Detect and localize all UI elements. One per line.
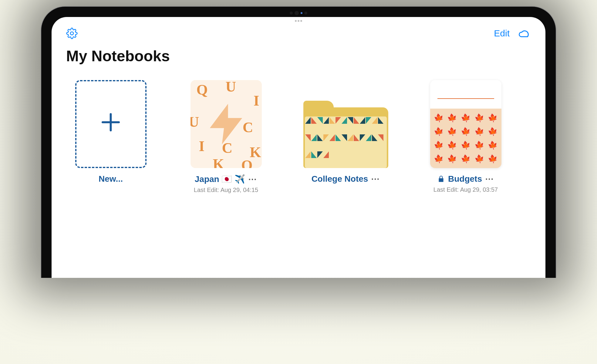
leaf-pattern: 🍁🍁🍁🍁🍁 🍁🍁🍁🍁🍁 🍁🍁🍁🍁🍁 🍁🍁🍁🍁🍁 bbox=[430, 109, 501, 168]
new-notebook-cover[interactable] bbox=[75, 80, 147, 168]
new-notebook-label[interactable]: New... bbox=[99, 174, 123, 184]
notebook-subtitle: Last Edit: Aug 29, 04:15 bbox=[194, 187, 258, 194]
multitask-grabber[interactable] bbox=[295, 20, 302, 22]
notebook-title[interactable]: Budgets bbox=[448, 174, 482, 184]
edit-button[interactable]: Edit bbox=[494, 28, 510, 39]
folder-cover-college[interactable]: /*inline visual only*/ bbox=[303, 80, 388, 168]
notebook-card-japan[interactable]: Q U I U C I C K K O Japan 🇯🇵 ✈️ ⋯ bbox=[188, 80, 264, 194]
folder-pattern: /*inline visual only*/ bbox=[305, 116, 387, 168]
gear-icon bbox=[66, 28, 78, 39]
folder-title[interactable]: College Notes bbox=[312, 174, 368, 184]
decorative-rule bbox=[437, 98, 494, 99]
more-button[interactable]: ⋯ bbox=[371, 175, 380, 183]
maple-leaf-icon: 🍁 bbox=[433, 112, 444, 123]
page-title: My Notebooks bbox=[52, 43, 545, 74]
notebook-card-budgets[interactable]: 🍁🍁🍁🍁🍁 🍁🍁🍁🍁🍁 🍁🍁🍁🍁🍁 🍁🍁🍁🍁🍁 Budgets ⋯ Last E… bbox=[428, 80, 504, 193]
notebook-grid: New... Q U I U C I C K K bbox=[52, 74, 545, 194]
tablet-frame: Edit My Notebooks New... bbox=[41, 6, 556, 278]
notebook-subtitle: Last Edit: Aug 29, 03:57 bbox=[433, 186, 498, 193]
cloud-icon bbox=[518, 27, 531, 40]
decorative-letters: Q U I U C I C K K O bbox=[191, 80, 262, 168]
folder-card-college[interactable]: /*inline visual only*/ bbox=[303, 80, 388, 184]
app-screen: Edit My Notebooks New... bbox=[52, 17, 545, 278]
cloud-button[interactable] bbox=[518, 27, 531, 40]
svg-point-0 bbox=[70, 32, 73, 35]
lock-icon bbox=[437, 175, 445, 183]
plus-icon bbox=[99, 110, 123, 138]
settings-button[interactable] bbox=[66, 28, 78, 39]
notebook-cover-budgets[interactable]: 🍁🍁🍁🍁🍁 🍁🍁🍁🍁🍁 🍁🍁🍁🍁🍁 🍁🍁🍁🍁🍁 bbox=[430, 80, 501, 168]
more-button[interactable]: ⋯ bbox=[485, 175, 494, 183]
tablet-camera-notch bbox=[290, 11, 307, 15]
new-notebook-card[interactable]: New... bbox=[73, 80, 149, 184]
more-button[interactable]: ⋯ bbox=[248, 175, 257, 184]
notebook-title[interactable]: Japan 🇯🇵 ✈️ bbox=[195, 174, 245, 184]
notebook-cover-japan[interactable]: Q U I U C I C K K O bbox=[191, 80, 262, 168]
